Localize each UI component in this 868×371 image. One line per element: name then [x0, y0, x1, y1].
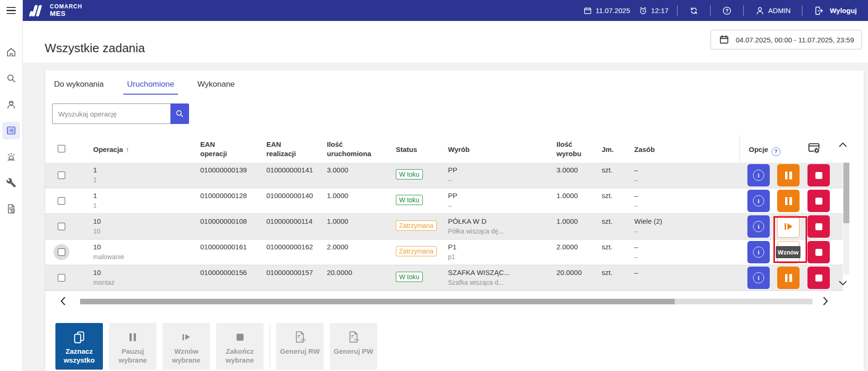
stop-button[interactable]: [807, 267, 830, 289]
finish-selected-button[interactable]: Zakończ wybrane: [216, 323, 264, 370]
info-button[interactable]: [747, 267, 770, 289]
column-settings-button[interactable]: [808, 142, 821, 154]
date-range-picker[interactable]: 04.07.2025, 00:00 - 11.07.2025, 23:59: [711, 30, 862, 49]
horizontal-scrollbar-thumb[interactable]: [80, 299, 675, 304]
stop-button[interactable]: [807, 190, 830, 212]
calendar-icon: [583, 6, 592, 15]
stop-icon: [815, 223, 822, 230]
header-options: Opcje: [749, 145, 780, 156]
options-help-icon[interactable]: [772, 147, 780, 156]
row-checkbox[interactable]: [58, 223, 65, 230]
cell-product: PP: [448, 192, 457, 199]
vertical-scrollbar[interactable]: [843, 163, 849, 275]
sidebar-item-reports[interactable]: [2, 200, 20, 218]
header-operation[interactable]: Operacja: [93, 145, 129, 154]
info-button[interactable]: [747, 190, 770, 212]
sidebar-item-task-list[interactable]: [2, 122, 20, 139]
status-badge: Zatrzymana: [396, 246, 437, 256]
pause-button[interactable]: [777, 190, 800, 212]
row-checkbox[interactable]: [58, 248, 65, 256]
scroll-down-button[interactable]: [837, 277, 848, 289]
chevron-down-icon: [837, 277, 848, 289]
table-row[interactable]: 10 10 010000000108 010000000114 1.0000 Z…: [45, 214, 843, 240]
header-ean-real[interactable]: EAN realizacji: [266, 140, 304, 158]
sort-ascending-icon: [123, 145, 129, 153]
cell-operation: 10: [93, 217, 101, 225]
info-button[interactable]: [747, 164, 770, 186]
resume-selected-button[interactable]: Wznów wybrane: [163, 323, 210, 370]
user-menu[interactable]: ADMIN: [752, 5, 793, 16]
tab-do-wykonania[interactable]: Do wykonania: [53, 76, 105, 95]
status-badge: W toku: [396, 195, 423, 205]
help-button[interactable]: ?: [719, 5, 735, 16]
svg-text:?: ?: [726, 8, 728, 13]
header-product[interactable]: Wyrób: [448, 145, 469, 154]
logout-button[interactable]: Wyloguj: [811, 5, 860, 17]
header-ean-op[interactable]: EAN operacji: [200, 140, 234, 158]
table-row[interactable]: 10 montaż 010000000156 010000000157 20.0…: [45, 265, 843, 291]
cell-operation-sub: 1: [93, 176, 97, 184]
tab-uruchomione[interactable]: Uruchomione: [126, 76, 175, 95]
select-all-checkbox[interactable]: [58, 145, 65, 152]
scroll-left-button[interactable]: [57, 295, 69, 307]
header-qty-product[interactable]: Ilość wyrobu: [556, 140, 584, 158]
date-range-value: 04.07.2025, 00:00 - 11.07.2025, 23:59: [736, 36, 854, 44]
pause-selected-button[interactable]: Pauzuj wybrane: [109, 323, 156, 370]
cell-qty-product: 20.0000: [556, 268, 582, 276]
stop-icon: [815, 172, 822, 179]
sidebar-item-search[interactable]: [2, 69, 20, 87]
select-all-button[interactable]: Zaznacz wszystko: [55, 323, 103, 370]
status-badge: W toku: [396, 169, 423, 179]
table-row[interactable]: 10 malowanie 010000000161 010000000162 2…: [45, 240, 843, 265]
cell-ean-realization: 010000000114: [266, 217, 312, 225]
sidebar-item-alerts[interactable]: [2, 148, 20, 165]
cell-ean-realization: 010000000162: [266, 243, 313, 251]
info-icon: [753, 221, 764, 232]
header-unit[interactable]: Jm.: [602, 145, 614, 154]
generate-pw-button[interactable]: PW Generuj PW: [330, 323, 377, 370]
sidebar-item-home[interactable]: [2, 43, 20, 61]
info-button[interactable]: [747, 215, 770, 238]
tasks-card: Do wykonania Uruchomione Wykonane Operac…: [45, 70, 864, 371]
table-row[interactable]: 1 1 010000000128 010000000140 1.0000 W t…: [45, 188, 843, 214]
svg-text:RW: RW: [301, 338, 306, 342]
search-input[interactable]: [52, 103, 170, 124]
scroll-up-button[interactable]: [837, 139, 848, 151]
generate-rw-button[interactable]: RW Generuj RW: [276, 323, 324, 370]
table-row[interactable]: 1 1 010000000139 010000000141 3.0000 W t…: [45, 163, 843, 188]
row-checkbox[interactable]: [58, 197, 65, 205]
cell-unit: szt.: [602, 268, 612, 276]
cell-product-sub: Szafka wisząca d...: [448, 279, 504, 286]
search-icon: [175, 109, 184, 118]
row-checkbox[interactable]: [58, 172, 65, 179]
current-time: 12:17: [638, 6, 669, 15]
cell-ean-realization: 010000000157: [266, 268, 313, 276]
tab-wykonane[interactable]: Wykonane: [197, 76, 236, 95]
stop-button[interactable]: [807, 164, 830, 186]
scroll-right-button[interactable]: [819, 295, 831, 307]
row-checkbox[interactable]: [58, 274, 65, 282]
horizontal-scrollbar[interactable]: [80, 299, 813, 304]
menu-icon[interactable]: [0, 0, 22, 21]
vertical-scrollbar-thumb[interactable]: [843, 163, 849, 223]
resume-button[interactable]: [777, 215, 800, 238]
pause-button[interactable]: [777, 164, 800, 186]
header-qty-started[interactable]: Ilość uruchomiona: [327, 140, 379, 158]
sidebar-item-maintenance[interactable]: [2, 174, 20, 192]
header-status[interactable]: Status: [396, 145, 417, 154]
resume-icon: [785, 223, 793, 230]
stop-button[interactable]: [807, 215, 830, 238]
cell-ean-operation: 010000000128: [200, 192, 247, 199]
comarch-logo: COMARCH MES: [29, 4, 82, 18]
document-rw-icon: RW: [293, 327, 306, 347]
cell-product: PP: [448, 166, 457, 174]
header-resource[interactable]: Zasób: [634, 145, 655, 154]
search-button[interactable]: [170, 103, 189, 124]
stop-button[interactable]: [807, 241, 830, 263]
sidebar-item-operators[interactable]: [2, 96, 20, 113]
cell-qty-product: 1.0000: [556, 192, 578, 199]
resume-tooltip: Wznów: [776, 246, 800, 258]
pause-button[interactable]: [777, 267, 800, 289]
info-button[interactable]: [747, 241, 770, 263]
refresh-button[interactable]: [686, 5, 702, 16]
